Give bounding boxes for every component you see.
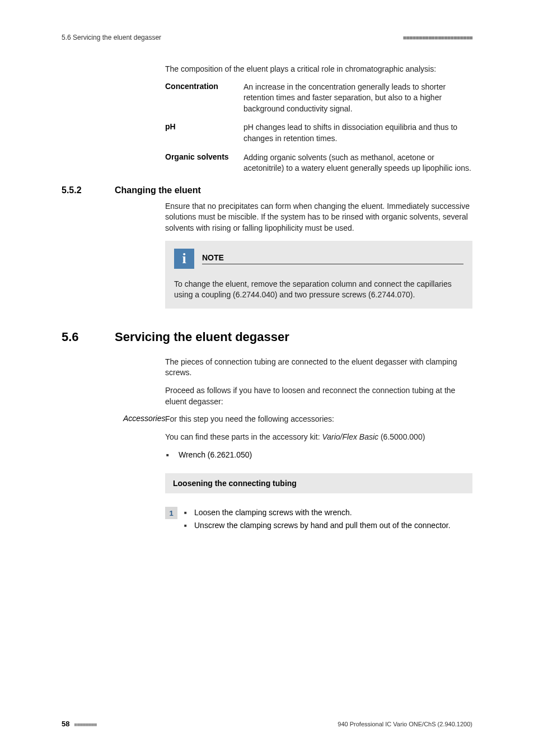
page-number: 58 [62, 720, 69, 728]
procedure-step: 1 Loosen the clamping screws with the wr… [165, 507, 472, 532]
definition-term: Organic solvents [165, 152, 243, 174]
definition-description: An increase in the concentration general… [243, 82, 472, 115]
intro-paragraph: The composition of the eluent plays a cr… [165, 64, 472, 75]
accessories-kit-line: You can find these parts in the accessor… [165, 432, 472, 443]
definition-row: Concentration An increase in the concent… [165, 82, 472, 115]
note-text: To change the eluent, remove the separat… [174, 279, 463, 301]
header-section-label: 5.6 Servicing the eluent degasser [62, 34, 161, 41]
accessories-lead: For this step you need the following acc… [165, 414, 472, 425]
procedure-title: Loosening the connecting tubing [165, 473, 472, 493]
subsection-number: 5.5.2 [62, 185, 115, 195]
list-item: Unscrew the clamping screws by hand and … [183, 520, 472, 531]
definition-row: Organic solvents Adding organic solvents… [165, 152, 472, 174]
definition-term: Concentration [165, 82, 243, 115]
header-decoration: ■■■■■■■■■■■■■■■■■■■■■■ [403, 34, 472, 41]
section-heading: 5.6 Servicing the eluent degasser [62, 330, 472, 344]
info-icon: i [174, 249, 194, 269]
kit-prefix: You can find these parts in the accessor… [165, 432, 322, 441]
definition-description: pH changes lead to shifts in dissociatio… [243, 122, 472, 144]
section-title: Servicing the eluent degasser [115, 330, 289, 344]
note-header: i NOTE [174, 249, 463, 269]
footer-decoration: ■■■■■■■■ [74, 721, 96, 727]
definition-list: Concentration An increase in the concent… [165, 82, 472, 174]
section-paragraph: Proceed as follows if you have to loosen… [165, 385, 472, 407]
page-header: 5.6 Servicing the eluent degasser ■■■■■■… [62, 34, 472, 41]
subsection-paragraph: Ensure that no precipitates can form whe… [165, 201, 472, 234]
side-label-accessories: Accessories [123, 414, 165, 423]
note-box: i NOTE To change the eluent, remove the … [165, 241, 472, 309]
definition-row: pH pH changes lead to shifts in dissocia… [165, 122, 472, 144]
page-footer: 58 ■■■■■■■■ 940 Professional IC Vario ON… [62, 720, 472, 728]
note-label: NOTE [202, 253, 463, 264]
kit-name: Vario/Flex Basic [322, 432, 378, 441]
section-paragraph: The pieces of connection tubing are conn… [165, 357, 472, 379]
list-item: Wrench (6.2621.050) [175, 449, 472, 461]
step-bullet-list: Loosen the clamping screws with the wren… [183, 507, 472, 532]
subsection-heading: 5.5.2 Changing the eluent [62, 185, 472, 195]
kit-number: (6.5000.000) [378, 432, 425, 441]
subsection-title: Changing the eluent [115, 185, 201, 195]
definition-description: Adding organic solvents (such as methano… [243, 152, 472, 174]
accessories-list: Wrench (6.2621.050) [165, 449, 472, 461]
footer-page-number: 58 ■■■■■■■■ [62, 720, 96, 728]
definition-term: pH [165, 122, 243, 144]
info-icon-glyph: i [182, 251, 186, 266]
list-item: Loosen the clamping screws with the wren… [183, 507, 472, 518]
footer-document-id: 940 Professional IC Vario ONE/ChS (2.940… [338, 721, 472, 727]
step-number: 1 [165, 507, 177, 519]
section-number: 5.6 [62, 330, 115, 344]
